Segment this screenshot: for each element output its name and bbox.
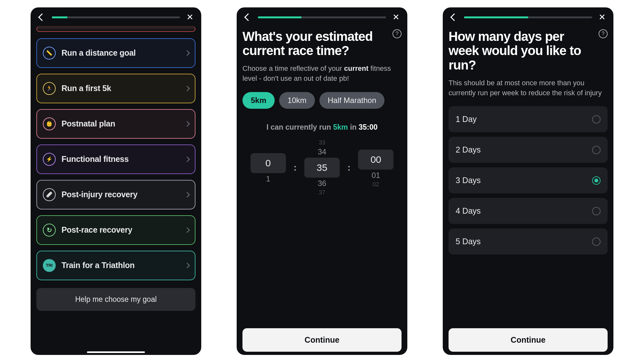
- goal-functional-fitness[interactable]: Functional fitness: [36, 144, 195, 174]
- subtitle: This should be at most once more than yo…: [449, 78, 608, 98]
- help-icon[interactable]: ?: [393, 29, 402, 38]
- radio-icon: [592, 115, 601, 124]
- option-2-days[interactable]: 2 Days: [449, 137, 608, 163]
- days-per-week-screen: How many days per week would you like to…: [443, 7, 613, 355]
- help-icon[interactable]: ?: [599, 29, 608, 38]
- chevron-right-icon: [185, 87, 189, 90]
- content: How many days per week would you like to…: [443, 26, 613, 355]
- goal-label: Run a first 5k: [62, 84, 179, 93]
- seconds-wheel[interactable]: 00 01 02: [358, 147, 393, 188]
- goal-post-injury[interactable]: Post-injury recovery: [36, 180, 195, 209]
- goal-triathlon[interactable]: TRI Train for a Triathlon: [36, 251, 195, 280]
- hours-wheel[interactable]: 0 1: [251, 151, 286, 185]
- continue-button[interactable]: Continue: [449, 328, 608, 352]
- option-3-days[interactable]: 3 Days: [449, 167, 608, 193]
- topbar: [237, 7, 407, 26]
- radio-icon: [592, 176, 601, 185]
- distance-chip-row: 5km 10km Half Marathon: [242, 92, 402, 109]
- previous-card-edge[interactable]: [36, 26, 195, 32]
- race-time-screen: What's your estimated current race time?…: [237, 7, 407, 355]
- chevron-right-icon: [185, 264, 189, 267]
- chip-half-marathon[interactable]: Half Marathon: [319, 92, 385, 109]
- back-icon[interactable]: [449, 12, 459, 23]
- topbar: [31, 7, 201, 26]
- chevron-right-icon: [185, 51, 189, 55]
- chevron-right-icon: [185, 122, 189, 126]
- goal-post-race[interactable]: Post-race recovery: [36, 215, 195, 245]
- refresh-icon: [43, 224, 56, 237]
- radio-icon: [592, 207, 601, 215]
- goal-label: Postnatal plan: [62, 119, 179, 128]
- baby-icon: [43, 117, 56, 130]
- page-title: How many days per week would you like to…: [449, 29, 594, 72]
- radio-icon: [592, 237, 601, 246]
- help-choose-button[interactable]: Help me choose my goal: [36, 288, 195, 311]
- chevron-right-icon: [185, 157, 189, 161]
- chevron-right-icon: [185, 228, 189, 232]
- option-4-days[interactable]: 4 Days: [449, 198, 608, 224]
- chip-10km[interactable]: 10km: [279, 92, 315, 109]
- option-label: 1 Day: [456, 115, 477, 124]
- ruler-icon: [43, 47, 56, 60]
- progress-bar: [258, 16, 386, 18]
- goal-label: Run a distance goal: [62, 48, 179, 58]
- topbar: [443, 7, 613, 26]
- back-icon[interactable]: [242, 12, 253, 23]
- close-icon[interactable]: [391, 12, 402, 23]
- chip-5km[interactable]: 5km: [242, 92, 275, 109]
- goal-label: Post-race recovery: [62, 225, 179, 235]
- tri-icon: TRI: [43, 259, 56, 272]
- continue-button[interactable]: Continue: [242, 328, 402, 352]
- progress-bar: [464, 16, 592, 18]
- progress-fill: [464, 16, 528, 18]
- goal-label: Post-injury recovery: [62, 190, 179, 199]
- progress-bar: [52, 16, 180, 18]
- progress-fill: [258, 16, 301, 18]
- option-label: 3 Days: [456, 176, 481, 185]
- goal-run-distance[interactable]: Run a distance goal: [36, 38, 195, 68]
- time-sep: :: [347, 162, 350, 173]
- content: Run a distance goal Run a first 5k Postn…: [31, 26, 201, 349]
- progress-fill: [52, 16, 67, 18]
- time-sep: :: [294, 162, 297, 173]
- back-icon[interactable]: [36, 12, 47, 23]
- days-option-list: 1 Day 2 Days 3 Days 4 Days 5 Days: [449, 106, 608, 255]
- radio-icon: [592, 146, 601, 154]
- goal-label: Train for a Triathlon: [62, 261, 179, 270]
- option-label: 4 Days: [456, 206, 481, 216]
- option-label: 5 Days: [456, 237, 481, 246]
- minutes-wheel[interactable]: 33 34 35 36 37: [304, 139, 340, 196]
- option-label: 2 Days: [456, 145, 481, 154]
- home-indicator: [87, 351, 145, 353]
- chevron-right-icon: [185, 193, 189, 197]
- goal-first-5k[interactable]: Run a first 5k: [36, 74, 195, 103]
- summary-line: I can currently run 5km in 35:00: [242, 123, 402, 132]
- flex-icon: [43, 153, 56, 166]
- close-icon[interactable]: [597, 12, 608, 23]
- goal-label: Functional fitness: [62, 154, 179, 164]
- option-5-days[interactable]: 5 Days: [449, 228, 608, 255]
- goal-select-screen: Run a distance goal Run a first 5k Postn…: [31, 7, 201, 355]
- bandage-icon: [43, 188, 56, 201]
- goal-postnatal[interactable]: Postnatal plan: [36, 109, 195, 139]
- subtitle: Choose a time reflective of your current…: [242, 64, 402, 84]
- content: What's your estimated current race time?…: [237, 26, 407, 355]
- run-icon: [43, 82, 56, 95]
- option-1-day[interactable]: 1 Day: [449, 106, 608, 132]
- close-icon[interactable]: [185, 12, 195, 23]
- page-title: What's your estimated current race time?: [242, 29, 388, 58]
- time-picker[interactable]: 0 1 : 33 34 35 36 37 : 00 01 02: [242, 139, 402, 196]
